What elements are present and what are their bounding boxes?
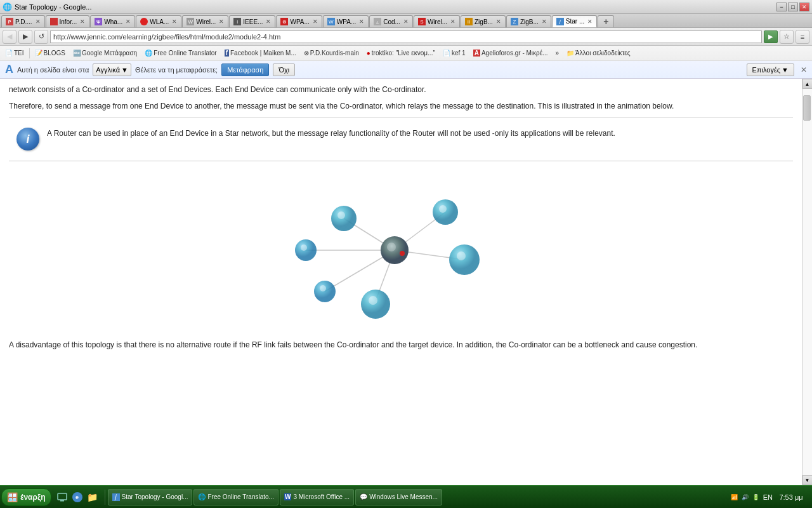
tab-close-info[interactable]: ✕ <box>80 18 85 25</box>
taskbar-folder-icon[interactable]: 📁 <box>86 490 100 504</box>
tab-ieee[interactable]: I IEEE... ✕ <box>229 15 275 27</box>
taskbar-show-desktop[interactable] <box>55 490 69 504</box>
tab-favicon-ieee: I <box>233 18 241 25</box>
taskbar-item-office[interactable]: W 3 Microsoft Office ... <box>280 489 354 505</box>
language-dropdown[interactable]: Αγγλικά ▼ <box>93 64 131 76</box>
bookmark-star[interactable]: ☆ <box>780 30 794 44</box>
scroll-thumb[interactable] <box>803 95 811 121</box>
new-tab-button[interactable]: + <box>598 15 614 27</box>
tab-favicon-zigb1: ||| <box>465 18 473 25</box>
taskbar-ie-icon[interactable]: e <box>70 490 84 504</box>
tab-close-wirel1[interactable]: ✕ <box>219 18 224 25</box>
taskbar-item-office-icon: W <box>284 493 291 500</box>
maximize-button[interactable]: □ <box>788 3 798 11</box>
scroll-up-button[interactable]: ▲ <box>802 79 813 89</box>
reload-button[interactable]: ↺ <box>34 30 48 44</box>
bookmark-alloi[interactable]: 📁 Άλλοι σελιδοδείκτες <box>564 49 633 57</box>
no-translate-button[interactable]: Όχι <box>273 64 295 76</box>
content-para2: Therefore, to send a message from one En… <box>9 100 793 112</box>
tab-favicon-wpa1: ⊗ <box>280 18 288 25</box>
close-button[interactable]: ✕ <box>799 3 809 11</box>
taskbar-item-messenger-label: Windows Live Messen... <box>369 493 438 500</box>
title-bar-controls: − □ ✕ <box>776 3 809 11</box>
language-dropdown-arrow: ▼ <box>121 66 128 74</box>
start-button[interactable]: 🪟 έναρξη <box>1 488 51 506</box>
tab-star[interactable]: j Star ... ✕ <box>552 15 597 27</box>
bookmark-kef1[interactable]: 📄 kef 1 <box>440 49 468 57</box>
minimize-button[interactable]: − <box>776 3 787 11</box>
tab-close-pd[interactable]: ✕ <box>36 18 41 25</box>
translation-bar-close[interactable]: ✕ <box>801 65 807 74</box>
tab-label-wirel1: Wirel... <box>196 18 216 25</box>
tab-zigb1[interactable]: ||| ZigB... ✕ <box>461 15 506 27</box>
tab-pd[interactable]: P P.D.... ✕ <box>1 15 45 27</box>
bookmark-label-agelioforos: Agelioforos.gr - Μικρέ... <box>481 50 548 57</box>
tab-close-wla[interactable]: ✕ <box>172 18 177 25</box>
nav-bar: ◀ ▶ ↺ http://www.jennic.com/elearning/zi… <box>0 28 812 46</box>
page-content: network consists of a Co-ordinator and a… <box>0 79 802 485</box>
translate-button[interactable]: Μετάφραση <box>221 64 269 76</box>
bookmark-icon-troktiko: ● <box>367 50 370 57</box>
translate-page-text: Αυτή η σελίδα είναι στα <box>17 66 89 74</box>
tab-wla[interactable]: WLA... ✕ <box>136 15 181 27</box>
info-icon: i <box>16 128 39 150</box>
bookmark-label-alloi: Άλλοι σελιδοδείκτες <box>575 50 631 57</box>
tab-close-zigb2[interactable]: ✕ <box>542 18 547 25</box>
taskbar-item-translator[interactable]: 🌐 Free Online Translato... <box>193 489 278 505</box>
bookmark-agelioforos[interactable]: A Agelioforos.gr - Μικρέ... <box>471 49 551 57</box>
options-dropdown-arrow: ▼ <box>782 66 789 74</box>
taskbar-item-star[interactable]: j Star Topology - Googl... <box>108 489 193 505</box>
forward-button[interactable]: ▶ <box>18 30 32 44</box>
tools-menu[interactable]: ≡ <box>796 30 809 44</box>
tab-favicon-info <box>50 18 58 25</box>
translation-options-button[interactable]: Επιλογές ▼ <box>747 64 794 76</box>
svg-point-6 <box>331 206 357 231</box>
svg-point-13 <box>457 251 466 260</box>
go-button[interactable]: ▶ <box>764 30 778 43</box>
tab-close-ieee[interactable]: ✕ <box>266 18 271 25</box>
tab-wirel2[interactable]: S Wirel... ✕ <box>414 15 460 27</box>
tab-label-cod: Cod... <box>383 18 400 25</box>
bookmark-icon-alloi: 📁 <box>566 50 574 57</box>
bookmark-tei[interactable]: 📄 TEI <box>3 49 27 57</box>
tab-close-wirel2[interactable]: ✕ <box>450 18 455 25</box>
tab-cod[interactable]: ¿ Cod... ✕ <box>369 15 413 27</box>
tab-wha[interactable]: Ψ Wha... ✕ <box>90 15 135 27</box>
bookmark-troktiko[interactable]: ● troktiko: "Live εκνομ..." <box>364 49 438 57</box>
tab-wpa2[interactable]: W WPA... ✕ <box>323 15 369 27</box>
tab-close-zigb1[interactable]: ✕ <box>496 18 501 25</box>
translation-bar: A Αυτή η σελίδα είναι στα Αγγλικά ▼ Θέλε… <box>0 61 812 79</box>
bookmark-facebook[interactable]: f Facebook | Maiken M... <box>222 49 299 57</box>
bookmarks-more-button[interactable]: » <box>553 49 562 57</box>
taskbar-item-messenger[interactable]: 💬 Windows Live Messen... <box>355 489 442 505</box>
start-label: έναρξη <box>20 493 46 502</box>
tab-label-star: Star ... <box>566 18 584 25</box>
tab-zigb2[interactable]: Z ZigB... ✕ <box>506 15 551 27</box>
taskbar-clock: 7:53 μμ <box>775 493 807 501</box>
scroll-track[interactable] <box>802 89 813 475</box>
content-area: network consists of a Co-ordinator and a… <box>0 79 812 485</box>
bookmark-blogs[interactable]: 📝 BLOGS <box>32 49 68 57</box>
svg-point-20 <box>400 251 405 256</box>
tab-close-star[interactable]: ✕ <box>587 18 593 25</box>
tab-close-wha[interactable]: ✕ <box>126 18 131 25</box>
tab-label-zigb1: ZigB... <box>475 18 493 25</box>
tab-close-cod[interactable]: ✕ <box>403 18 409 25</box>
translate-icon: A <box>5 63 13 76</box>
tab-label-wpa2: WPA... <box>337 18 356 25</box>
taskbar-lang: EN <box>763 493 773 501</box>
tab-close-wpa1[interactable]: ✕ <box>313 18 318 25</box>
tab-close-wpa2[interactable]: ✕ <box>359 18 364 25</box>
bookmark-pdkourdis[interactable]: ⊗ P.D.Kourdis-main <box>301 49 362 57</box>
tab-wirel1[interactable]: W Wirel... ✕ <box>182 15 228 27</box>
address-bar[interactable]: http://www.jennic.com/elearning/zigbee/f… <box>50 30 762 43</box>
bookmark-google-translate[interactable]: 🔤 Google Μετάφραση <box>70 49 140 57</box>
tab-info[interactable]: Infor... ✕ <box>46 15 90 27</box>
info-text: A Router can be used in place of an End … <box>47 128 615 139</box>
taskbar-right: 📶 🔊 🔋 EN 7:53 μμ <box>726 493 811 501</box>
bookmark-free-translator[interactable]: 🌐 Free Online Translator <box>142 49 219 57</box>
scroll-down-button[interactable]: ▼ <box>802 475 813 485</box>
back-button[interactable]: ◀ <box>3 30 16 44</box>
bookmark-label-blogs: BLOGS <box>44 50 65 57</box>
tab-wpa1[interactable]: ⊗ WPA... ✕ <box>276 15 322 27</box>
